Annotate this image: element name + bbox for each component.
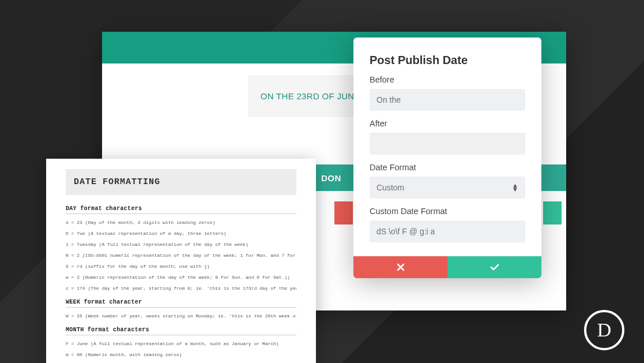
doc-section-heading: MONTH format characters	[66, 327, 296, 335]
doc-line: F = June (A full textual representation …	[66, 341, 296, 346]
doc-line: z = 174 (The day of the year, starting f…	[66, 286, 296, 291]
logo-letter: D	[597, 319, 612, 341]
cancel-button[interactable]	[353, 256, 447, 278]
doc-title: DATE FORMATTING	[66, 169, 296, 195]
custom-format-input[interactable]	[370, 220, 525, 242]
panel-title: Post Publish Date	[370, 54, 525, 67]
after-label: After	[370, 119, 525, 128]
post-publish-date-panel: Post Publish Date Before After Date Form…	[353, 38, 541, 278]
done-label: DON	[321, 173, 341, 183]
date-format-select[interactable]: Custom ▲▼	[370, 177, 525, 199]
doc-line: m = 06 (Numeric month, with leading zero…	[66, 352, 296, 357]
date-format-selected: Custom	[376, 183, 404, 192]
before-input[interactable]	[370, 89, 525, 111]
before-label: Before	[370, 75, 525, 84]
doc-line: W = 26 (Week number of year, weeks start…	[66, 313, 296, 319]
after-input[interactable]	[370, 133, 525, 155]
date-formatting-doc: DATE FORMATTING DAY format characters d …	[46, 159, 316, 363]
close-icon	[397, 263, 405, 271]
custom-format-label: Custom Date Format	[370, 207, 525, 216]
doc-line: D = Tue (A textual representation of a d…	[66, 231, 296, 236]
doc-section-heading: DAY format characters	[66, 205, 296, 214]
doc-line: S = rd (suffix for the day of the month;…	[66, 264, 296, 269]
doc-line: w = 2 (Numeric representation of the day…	[66, 275, 296, 280]
doc-section-heading: WEEK format character	[66, 299, 296, 308]
chevron-updown-icon: ▲▼	[512, 184, 518, 191]
check-icon	[490, 264, 499, 271]
confirm-button[interactable]	[447, 256, 541, 278]
doc-line: l = Tuesday (A full textual representati…	[66, 242, 296, 247]
divi-logo-icon: D	[584, 310, 624, 350]
doc-line: N = 2 (ISO-8601 numeric representation o…	[66, 253, 296, 258]
doc-line: d = 23 (Day of the month, 2 digits with …	[66, 220, 296, 225]
confirm-hint-button[interactable]	[543, 201, 562, 224]
date-format-label: Date Format	[370, 163, 525, 172]
panel-actions	[353, 256, 541, 278]
cancel-hint-button[interactable]	[334, 201, 353, 224]
